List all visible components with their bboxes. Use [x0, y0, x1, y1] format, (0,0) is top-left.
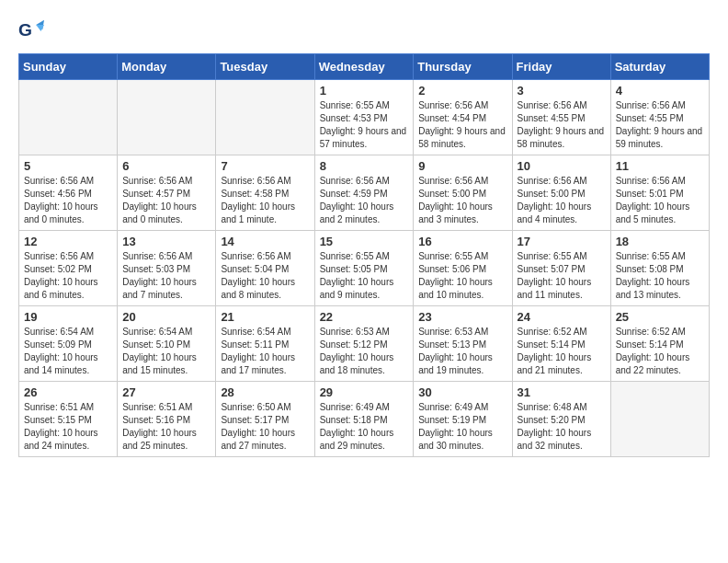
- day-info: Sunrise: 6:55 AM Sunset: 5:05 PM Dayligh…: [320, 250, 409, 302]
- svg-marker-2: [36, 25, 44, 31]
- day-info: Sunrise: 6:55 AM Sunset: 5:07 PM Dayligh…: [518, 250, 606, 302]
- day-number: 15: [320, 235, 409, 248]
- day-info: Sunrise: 6:56 AM Sunset: 4:59 PM Dayligh…: [320, 175, 409, 226]
- day-number: 19: [24, 310, 112, 324]
- calendar-cell: 1Sunrise: 6:55 AM Sunset: 4:53 PM Daylig…: [314, 80, 414, 155]
- svg-text:G: G: [18, 20, 32, 40]
- calendar-cell: 21Sunrise: 6:54 AM Sunset: 5:11 PM Dayli…: [216, 306, 314, 382]
- day-info: Sunrise: 6:56 AM Sunset: 5:04 PM Dayligh…: [221, 250, 309, 302]
- day-number: 13: [122, 235, 210, 248]
- day-number: 7: [221, 159, 309, 173]
- calendar-week-row: 1Sunrise: 6:55 AM Sunset: 4:53 PM Daylig…: [19, 80, 710, 155]
- day-number: 5: [24, 159, 112, 173]
- calendar-cell: 20Sunrise: 6:54 AM Sunset: 5:10 PM Dayli…: [118, 306, 216, 382]
- day-info: Sunrise: 6:48 AM Sunset: 5:20 PM Dayligh…: [518, 401, 606, 453]
- day-info: Sunrise: 6:51 AM Sunset: 5:16 PM Dayligh…: [122, 401, 210, 453]
- day-info: Sunrise: 6:49 AM Sunset: 5:18 PM Dayligh…: [320, 401, 409, 453]
- calendar-cell: 31Sunrise: 6:48 AM Sunset: 5:20 PM Dayli…: [512, 382, 610, 457]
- calendar-cell: 4Sunrise: 6:56 AM Sunset: 4:55 PM Daylig…: [610, 80, 709, 155]
- day-info: Sunrise: 6:56 AM Sunset: 5:00 PM Dayligh…: [418, 175, 506, 226]
- day-info: Sunrise: 6:56 AM Sunset: 4:56 PM Dayligh…: [24, 175, 112, 226]
- day-info: Sunrise: 6:54 AM Sunset: 5:10 PM Dayligh…: [122, 326, 210, 377]
- calendar-cell: 7Sunrise: 6:56 AM Sunset: 4:58 PM Daylig…: [216, 155, 314, 231]
- day-info: Sunrise: 6:49 AM Sunset: 5:19 PM Dayligh…: [418, 401, 506, 453]
- day-number: 2: [418, 84, 506, 98]
- calendar: SundayMondayTuesdayWednesdayThursdayFrid…: [18, 53, 710, 457]
- day-info: Sunrise: 6:50 AM Sunset: 5:17 PM Dayligh…: [221, 401, 309, 453]
- calendar-cell: [216, 80, 314, 155]
- calendar-cell: 12Sunrise: 6:56 AM Sunset: 5:02 PM Dayli…: [19, 231, 118, 306]
- day-info: Sunrise: 6:55 AM Sunset: 5:06 PM Dayligh…: [418, 250, 506, 302]
- day-info: Sunrise: 6:51 AM Sunset: 5:15 PM Dayligh…: [24, 401, 112, 453]
- day-number: 23: [418, 310, 506, 324]
- calendar-cell: 3Sunrise: 6:56 AM Sunset: 4:55 PM Daylig…: [512, 80, 610, 155]
- day-info: Sunrise: 6:53 AM Sunset: 5:13 PM Dayligh…: [418, 326, 506, 377]
- calendar-week-row: 26Sunrise: 6:51 AM Sunset: 5:15 PM Dayli…: [19, 382, 710, 457]
- day-info: Sunrise: 6:54 AM Sunset: 5:11 PM Dayligh…: [221, 326, 309, 377]
- day-number: 9: [418, 159, 506, 173]
- day-number: 20: [122, 310, 210, 324]
- day-number: 17: [518, 235, 606, 248]
- day-number: 25: [616, 310, 704, 324]
- day-number: 22: [320, 310, 409, 324]
- day-info: Sunrise: 6:56 AM Sunset: 5:01 PM Dayligh…: [616, 175, 704, 226]
- calendar-cell: 18Sunrise: 6:55 AM Sunset: 5:08 PM Dayli…: [610, 231, 709, 306]
- day-number: 29: [320, 385, 409, 399]
- calendar-week-row: 5Sunrise: 6:56 AM Sunset: 4:56 PM Daylig…: [19, 155, 710, 231]
- weekday-header: Thursday: [414, 54, 512, 80]
- day-number: 14: [221, 235, 309, 248]
- day-number: 16: [418, 235, 506, 248]
- day-info: Sunrise: 6:56 AM Sunset: 4:55 PM Dayligh…: [518, 99, 606, 151]
- calendar-cell: 10Sunrise: 6:56 AM Sunset: 5:00 PM Dayli…: [512, 155, 610, 231]
- day-number: 3: [518, 84, 606, 98]
- day-number: 1: [320, 84, 409, 98]
- day-number: 27: [122, 385, 210, 399]
- day-number: 8: [320, 159, 409, 173]
- day-number: 6: [122, 159, 210, 173]
- logo-icon: G: [18, 18, 44, 44]
- calendar-cell: 2Sunrise: 6:56 AM Sunset: 4:54 PM Daylig…: [414, 80, 512, 155]
- calendar-cell: [610, 382, 709, 457]
- calendar-cell: 23Sunrise: 6:53 AM Sunset: 5:13 PM Dayli…: [414, 306, 512, 382]
- day-number: 12: [24, 235, 112, 248]
- calendar-cell: [118, 80, 216, 155]
- day-info: Sunrise: 6:56 AM Sunset: 4:57 PM Dayligh…: [122, 175, 210, 226]
- day-number: 11: [616, 159, 704, 173]
- day-number: 18: [616, 235, 704, 248]
- calendar-cell: 8Sunrise: 6:56 AM Sunset: 4:59 PM Daylig…: [314, 155, 414, 231]
- weekday-header: Sunday: [19, 54, 118, 80]
- calendar-cell: 15Sunrise: 6:55 AM Sunset: 5:05 PM Dayli…: [314, 231, 414, 306]
- weekday-header: Wednesday: [314, 54, 414, 80]
- day-info: Sunrise: 6:56 AM Sunset: 5:00 PM Dayligh…: [518, 175, 606, 226]
- day-info: Sunrise: 6:55 AM Sunset: 5:08 PM Dayligh…: [616, 250, 704, 302]
- calendar-cell: 14Sunrise: 6:56 AM Sunset: 5:04 PM Dayli…: [216, 231, 314, 306]
- calendar-cell: 5Sunrise: 6:56 AM Sunset: 4:56 PM Daylig…: [19, 155, 118, 231]
- calendar-cell: 6Sunrise: 6:56 AM Sunset: 4:57 PM Daylig…: [118, 155, 216, 231]
- calendar-cell: 27Sunrise: 6:51 AM Sunset: 5:16 PM Dayli…: [118, 382, 216, 457]
- day-number: 26: [24, 385, 112, 399]
- day-info: Sunrise: 6:52 AM Sunset: 5:14 PM Dayligh…: [518, 326, 606, 377]
- calendar-cell: 11Sunrise: 6:56 AM Sunset: 5:01 PM Dayli…: [610, 155, 709, 231]
- day-info: Sunrise: 6:56 AM Sunset: 4:54 PM Dayligh…: [418, 99, 506, 151]
- day-number: 24: [518, 310, 606, 324]
- calendar-cell: 22Sunrise: 6:53 AM Sunset: 5:12 PM Dayli…: [314, 306, 414, 382]
- calendar-cell: 28Sunrise: 6:50 AM Sunset: 5:17 PM Dayli…: [216, 382, 314, 457]
- calendar-cell: 25Sunrise: 6:52 AM Sunset: 5:14 PM Dayli…: [610, 306, 709, 382]
- weekday-header: Saturday: [610, 54, 709, 80]
- day-info: Sunrise: 6:56 AM Sunset: 4:58 PM Dayligh…: [221, 175, 309, 226]
- weekday-header: Friday: [512, 54, 610, 80]
- day-info: Sunrise: 6:52 AM Sunset: 5:14 PM Dayligh…: [616, 326, 704, 377]
- day-number: 4: [616, 84, 704, 98]
- day-info: Sunrise: 6:56 AM Sunset: 5:03 PM Dayligh…: [122, 250, 210, 302]
- day-info: Sunrise: 6:56 AM Sunset: 4:55 PM Dayligh…: [616, 99, 704, 151]
- calendar-cell: 13Sunrise: 6:56 AM Sunset: 5:03 PM Dayli…: [118, 231, 216, 306]
- calendar-cell: 17Sunrise: 6:55 AM Sunset: 5:07 PM Dayli…: [512, 231, 610, 306]
- day-number: 10: [518, 159, 606, 173]
- calendar-cell: [19, 80, 118, 155]
- day-number: 31: [518, 385, 606, 399]
- calendar-week-row: 12Sunrise: 6:56 AM Sunset: 5:02 PM Dayli…: [19, 231, 710, 306]
- day-number: 30: [418, 385, 506, 399]
- day-info: Sunrise: 6:56 AM Sunset: 5:02 PM Dayligh…: [24, 250, 112, 302]
- calendar-week-row: 19Sunrise: 6:54 AM Sunset: 5:09 PM Dayli…: [19, 306, 710, 382]
- calendar-cell: 9Sunrise: 6:56 AM Sunset: 5:00 PM Daylig…: [414, 155, 512, 231]
